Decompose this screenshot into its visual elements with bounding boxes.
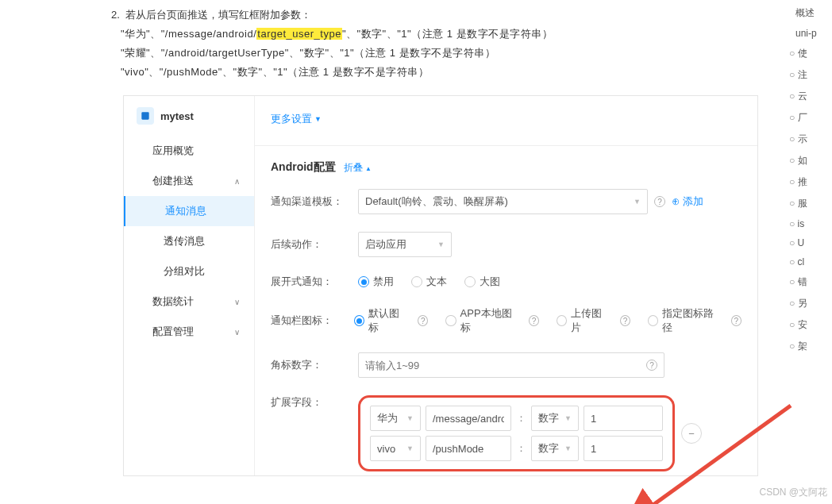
- highlight: target_user_type: [256, 28, 342, 40]
- help-icon[interactable]: ?: [731, 315, 741, 326]
- outline-subitem[interactable]: 推: [789, 175, 832, 189]
- channel-label: 通知渠道模板：: [271, 194, 358, 209]
- ext-row: 华为▼ ： 数字▼: [370, 406, 663, 431]
- help-icon[interactable]: ?: [529, 315, 539, 326]
- outline-subitem[interactable]: 注: [789, 68, 832, 82]
- svg-rect-0: [141, 112, 148, 119]
- radio-bigimg[interactable]: 大图: [464, 275, 500, 289]
- chevron-down-icon: ▼: [634, 198, 641, 206]
- channel-select[interactable]: Default(响铃、震动、唤醒屏幕)▼: [358, 189, 648, 214]
- badge-input-wrap: ?: [358, 352, 664, 378]
- ext-label: 扩展字段：: [271, 395, 358, 410]
- help-icon[interactable]: ?: [654, 196, 665, 207]
- brand[interactable]: mytest: [124, 96, 254, 136]
- outline-subitem[interactable]: 另: [789, 297, 832, 310]
- icon-label: 通知栏图标：: [271, 314, 354, 328]
- ext-row: vivo▼ ： 数字▼: [370, 436, 663, 461]
- radio-disable[interactable]: 禁用: [358, 275, 394, 289]
- outline-item[interactable]: 概述: [795, 6, 832, 20]
- help-icon[interactable]: ?: [620, 315, 630, 326]
- app-frame: mytest 应用概览 创建推送∧ 通知消息 透传消息 分组对比 数据统计∨ 配…: [123, 95, 758, 476]
- outline-subitem[interactable]: 示: [789, 133, 832, 146]
- chevron-down-icon: ∨: [234, 298, 240, 306]
- action-label: 后续动作：: [271, 237, 358, 252]
- ext-value-input[interactable]: [584, 406, 663, 431]
- radio-path[interactable]: 指定图标路径?: [648, 306, 741, 335]
- radio-upload[interactable]: 上传图片?: [557, 306, 630, 335]
- param-line-honor: "荣耀"、"/android/targetUserType"、"数字"、"1"（…: [121, 46, 832, 60]
- chevron-up-icon: ∧: [234, 177, 240, 186]
- radio-text[interactable]: 文本: [411, 275, 447, 289]
- sidebar-item-overview[interactable]: 应用概览: [124, 136, 254, 166]
- app-icon: [137, 107, 154, 125]
- outline: 概述 uni-p 使 注 云 厂 示 如 推 服 is U cl 错 另 安 架: [784, 0, 832, 361]
- badge-label: 角标数字：: [271, 358, 358, 372]
- outline-subitem[interactable]: 安: [789, 318, 832, 332]
- dtype-select[interactable]: 数字▼: [531, 436, 579, 461]
- radio-default-icon[interactable]: 默认图标?: [354, 306, 428, 335]
- radio-local-icon[interactable]: APP本地图标?: [445, 306, 539, 335]
- outline-subitem[interactable]: 云: [789, 90, 832, 103]
- outline-subitem[interactable]: 服: [789, 197, 832, 210]
- sidebar-item-stats[interactable]: 数据统计∨: [124, 287, 254, 317]
- ol-text: 若从后台页面推送，填写红框附加参数：: [125, 9, 311, 21]
- sidebar-item-notify[interactable]: 通知消息: [124, 196, 254, 226]
- chevron-up-icon: ▲: [365, 165, 372, 172]
- sidebar: mytest 应用概览 创建推送∧ 通知消息 透传消息 分组对比 数据统计∨ 配…: [124, 96, 255, 475]
- main-panel: 更多设置 ▼ Android配置 折叠 ▲ 通知渠道模板： Default(响铃…: [255, 96, 757, 475]
- outline-subitem[interactable]: cl: [789, 256, 832, 267]
- outline-subitem[interactable]: 如: [789, 154, 832, 167]
- vendor-select[interactable]: 华为▼: [370, 406, 421, 431]
- outline-item[interactable]: uni-p: [795, 28, 832, 39]
- action-select[interactable]: 启动应用▼: [358, 232, 452, 257]
- sidebar-item-create[interactable]: 创建推送∧: [124, 166, 254, 196]
- sidebar-item-transparent[interactable]: 透传消息: [124, 226, 254, 256]
- help-icon[interactable]: ?: [418, 315, 428, 326]
- param-line-vivo: "vivo"、"/pushMode"、"数字"、"1"（注意 1 是数字不是字符…: [121, 65, 832, 79]
- outline-subitem[interactable]: 架: [789, 340, 832, 353]
- add-button[interactable]: ⊕ 添加: [672, 194, 703, 209]
- sidebar-item-abtest[interactable]: 分组对比: [124, 256, 254, 287]
- outline-subitem[interactable]: is: [789, 218, 832, 229]
- outline-subitem[interactable]: 错: [789, 275, 832, 289]
- expand-label: 展开式通知：: [271, 275, 358, 289]
- help-icon[interactable]: ?: [646, 360, 657, 371]
- ext-fields-box: 华为▼ ： 数字▼ vivo▼ ： 数字▼: [358, 395, 675, 471]
- remove-button[interactable]: −: [681, 423, 702, 444]
- ext-key-input[interactable]: [426, 406, 511, 431]
- outline-subitem[interactable]: 使: [789, 47, 832, 60]
- watermark: CSDN @文阿花: [759, 486, 827, 499]
- param-line-hw: "华为"、"/message/android/target_user_type"…: [121, 27, 832, 41]
- ext-value-input[interactable]: [584, 436, 663, 461]
- app-name: mytest: [160, 110, 194, 122]
- outline-subitem[interactable]: U: [789, 237, 832, 248]
- vendor-select[interactable]: vivo▼: [370, 436, 421, 461]
- outline-subitem[interactable]: 厂: [789, 111, 832, 125]
- dtype-select[interactable]: 数字▼: [531, 406, 579, 431]
- more-settings-link[interactable]: 更多设置 ▼: [271, 112, 322, 126]
- chevron-down-icon: ▼: [437, 240, 445, 248]
- badge-input[interactable]: [365, 360, 646, 371]
- collapse-link[interactable]: 折叠 ▲: [344, 161, 372, 175]
- section-title: Android配置 折叠 ▲: [255, 145, 757, 175]
- ext-key-input[interactable]: [426, 436, 511, 461]
- chevron-down-icon: ∨: [234, 328, 240, 337]
- sidebar-item-config[interactable]: 配置管理∨: [124, 317, 254, 347]
- ol-number: 2.: [111, 9, 120, 21]
- chevron-down-icon: ▼: [314, 115, 322, 123]
